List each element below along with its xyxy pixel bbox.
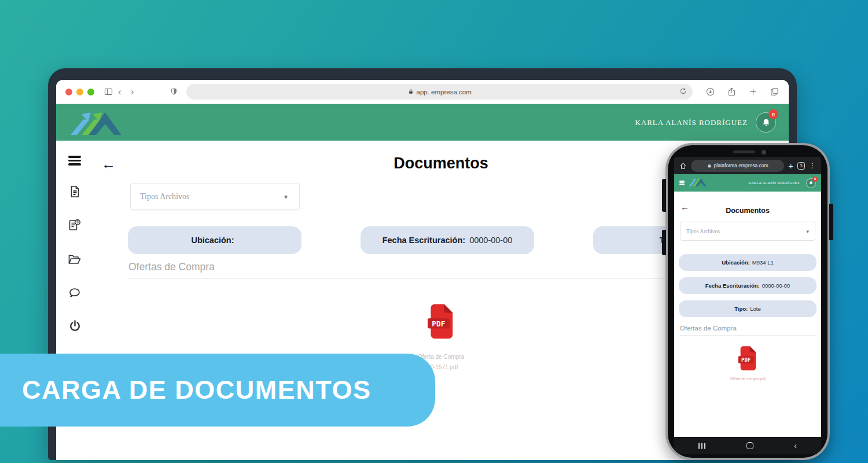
new-tab-icon[interactable] <box>748 87 758 97</box>
mobile-address-bar[interactable]: plataforma.empresa.com <box>691 160 784 172</box>
address-bar[interactable]: app. empresa.com <box>186 84 693 100</box>
pill-label: Fecha Escrituración: <box>382 236 465 245</box>
deed-date-pill[interactable]: Fecha Escrituración:0000-00-00 <box>361 226 534 254</box>
pdf-file-icon: PDF <box>425 303 457 343</box>
type-pill[interactable]: Tipo:Lote <box>679 300 816 317</box>
pdf-document-tile[interactable]: PDF Oferta de compra.pdf <box>674 346 821 381</box>
android-back-icon[interactable]: ‹ <box>794 442 797 450</box>
camera-dot <box>762 150 766 155</box>
svg-text:$: $ <box>76 220 79 225</box>
invoice-icon[interactable]: $ <box>67 218 82 233</box>
chevron-down-icon: ▾ <box>284 193 288 201</box>
browser-forward-button[interactable]: › <box>126 87 139 97</box>
user-name: KARLA ALANÍS RODRÍGUEZ <box>635 118 748 127</box>
mobile-browser-toolbar: plataforma.empresa.com + 3 ⋮ <box>674 157 821 174</box>
info-pills-column: Ubicación:M934 L1 Fecha Escrituración:00… <box>679 254 816 317</box>
power-icon[interactable] <box>68 319 82 333</box>
svg-text:PDF: PDF <box>741 357 751 363</box>
svg-text:PDF: PDF <box>432 319 445 328</box>
lock-icon <box>707 163 712 168</box>
location-pill[interactable]: Ubicación:M934 L1 <box>679 254 816 271</box>
document-icon[interactable] <box>68 185 82 199</box>
chat-icon[interactable] <box>68 286 82 300</box>
sidebar-toggle-icon[interactable] <box>104 87 113 97</box>
banner-title: CARGA DE DOCUMENTOS <box>22 375 372 405</box>
recents-icon[interactable] <box>698 443 705 449</box>
app-header: KARLA ALANÍS RODRÍGUEZ 0 <box>56 104 789 141</box>
chevron-down-icon: ▾ <box>806 229 809 234</box>
file-type-select[interactable]: Tipos Archivos ▾ <box>130 183 300 210</box>
url-text: app. empresa.com <box>417 89 472 95</box>
power-button <box>829 204 833 240</box>
reload-icon[interactable] <box>679 87 687 95</box>
android-nav-bar: ‹ <box>674 437 821 454</box>
select-placeholder: Tipos Archivos <box>686 229 720 234</box>
pill-label: Ubicación: <box>191 236 234 245</box>
pdf-file-icon: PDF <box>737 346 759 373</box>
mobile-main-content: ← Documentos Tipos Archivos ▾ Ubicación:… <box>674 192 821 437</box>
volume-up-button <box>662 179 666 212</box>
browser-menu-icon[interactable]: ⋮ <box>809 162 816 169</box>
new-tab-icon[interactable]: + <box>788 161 793 170</box>
mobile-app-header: KARLA ALANÍS RODRÍGUEZ 0 <box>674 174 821 192</box>
notifications-bell-icon[interactable]: 0 <box>756 112 776 133</box>
phone-mockup: plataforma.empresa.com + 3 ⋮ <box>665 143 830 460</box>
window-controls <box>65 89 94 95</box>
folder-open-icon[interactable] <box>67 252 82 267</box>
tabs-overview-icon[interactable] <box>770 87 779 97</box>
browser-back-button[interactable]: ‹ <box>113 87 126 97</box>
pill-value: Lote <box>750 306 761 312</box>
deed-date-pill[interactable]: Fecha Escrituración:0000-00-00 <box>679 277 816 294</box>
menu-icon[interactable] <box>68 156 81 166</box>
back-arrow[interactable]: ← <box>101 156 116 172</box>
speaker-slit <box>733 150 755 153</box>
privacy-shield-icon[interactable] <box>170 87 178 96</box>
select-placeholder: Tipos Archivos <box>140 192 189 201</box>
page-title: Documentos <box>674 207 821 215</box>
section-title: Ofertas de Compra <box>680 325 815 336</box>
company-logo <box>69 109 124 139</box>
menu-icon[interactable] <box>679 181 685 185</box>
location-pill[interactable]: Ubicación: <box>128 226 301 254</box>
phone-bezel: plataforma.empresa.com + 3 ⋮ <box>668 145 827 458</box>
pill-label: Fecha Escrituración: <box>705 282 760 289</box>
caption-banner: CARGA DE DOCUMENTOS <box>0 354 435 427</box>
company-logo <box>688 177 708 189</box>
pill-value: M934 L1 <box>752 259 774 266</box>
zoom-window-button[interactable] <box>87 89 94 95</box>
home-icon[interactable] <box>679 162 687 170</box>
downloads-icon[interactable] <box>705 87 715 97</box>
pill-label: Ubicación: <box>722 259 750 266</box>
minimize-window-button[interactable] <box>76 89 83 95</box>
notification-badge: 0 <box>768 109 778 119</box>
phone-screen: plataforma.empresa.com + 3 ⋮ <box>674 157 821 454</box>
browser-toolbar: ‹ › app. empresa.com <box>56 80 789 104</box>
background: { "colors": { "bg_gradient_start": "#2CA… <box>0 0 868 463</box>
file-type-select[interactable]: Tipos Archivos ▾ <box>680 222 815 241</box>
pill-value: 0000-00-00 <box>469 236 512 245</box>
notification-badge: 0 <box>812 177 818 182</box>
pill-value: 0000-00-00 <box>762 282 790 289</box>
close-window-button[interactable] <box>65 89 72 95</box>
mobile-url-text: plataforma.empresa.com <box>714 163 768 168</box>
back-arrow[interactable]: ← <box>681 202 689 212</box>
share-icon[interactable] <box>727 87 737 97</box>
pdf-file-name: Oferta de compra.pdf <box>730 377 765 381</box>
user-name: KARLA ALANÍS RODRÍGUEZ <box>749 181 800 185</box>
notifications-bell-icon[interactable]: 0 <box>806 178 816 188</box>
lock-icon <box>408 89 414 95</box>
pill-label: Tipo: <box>734 306 748 312</box>
volume-down-button <box>662 230 666 255</box>
tab-counter[interactable]: 3 <box>797 162 805 170</box>
android-home-icon[interactable] <box>746 442 753 449</box>
